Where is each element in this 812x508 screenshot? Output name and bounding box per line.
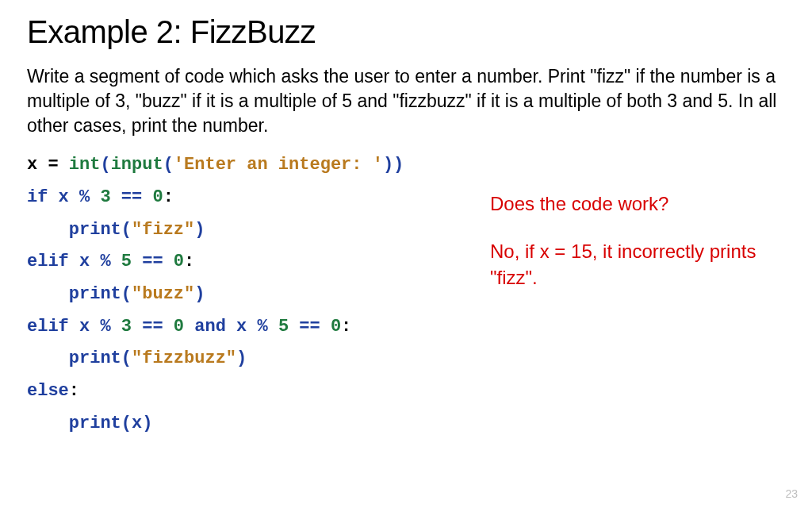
code-line-3: print("fizz") [27, 214, 471, 247]
slide-title: Example 2: FizzBuzz [27, 14, 785, 50]
code-line-9: print(x) [27, 408, 471, 441]
problem-statement: Write a segment of code which asks the u… [27, 64, 785, 138]
page-number: 23 [785, 487, 798, 500]
code-line-4: elif x % 5 == 0: [27, 246, 471, 279]
code-line-6: elif x % 3 == 0 and x % 5 == 0: [27, 311, 471, 344]
question-note: Does the code work? [490, 190, 785, 217]
slide: Example 2: FizzBuzz Write a segment of c… [0, 0, 812, 508]
content-row: x = int(input('Enter an integer: ')) if … [27, 149, 785, 440]
code-line-5: print("buzz") [27, 279, 471, 311]
answer-note: No, if x = 15, it incorrectly prints "fi… [490, 238, 785, 291]
code-line-2: if x % 3 == 0: [27, 182, 471, 214]
annotation-column: Does the code work? No, if x = 15, it in… [471, 149, 785, 312]
code-line-7: print("fizzbuzz") [27, 343, 471, 375]
code-block: x = int(input('Enter an integer: ')) if … [27, 149, 471, 440]
code-line-8: else: [27, 375, 471, 408]
code-line-1: x = int(input('Enter an integer: ')) [27, 149, 471, 182]
